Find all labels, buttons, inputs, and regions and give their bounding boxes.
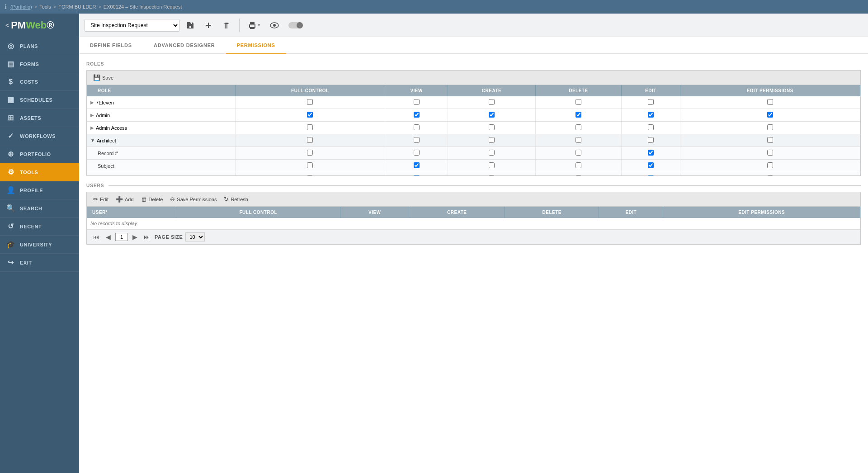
add-button[interactable]: [201, 20, 216, 31]
sidebar-item-exit[interactable]: ↪ EXIT: [0, 254, 79, 272]
view-checkbox[interactable]: [414, 137, 420, 143]
edit-cell[interactable]: [622, 96, 680, 109]
sidebar-item-tools[interactable]: ⚙ TOOLS: [0, 163, 79, 181]
sub-view-cell[interactable]: [385, 147, 448, 160]
sub-edit-cell[interactable]: [622, 160, 680, 172]
full-control-cell[interactable]: [235, 122, 385, 134]
view-cell[interactable]: [385, 96, 448, 109]
edit-permissions-cell[interactable]: [680, 134, 860, 147]
sub-edit-checkbox[interactable]: [648, 162, 654, 168]
expand-icon[interactable]: ▼: [90, 138, 95, 143]
tab-define-fields[interactable]: DEFINE FIELDS: [79, 37, 143, 54]
sub-view-checkbox[interactable]: [414, 175, 420, 175]
sub-full-control-cell[interactable]: [235, 172, 385, 176]
sub-delete-checkbox[interactable]: [576, 150, 581, 156]
sub-full-control-cell[interactable]: [235, 147, 385, 160]
next-page-button[interactable]: ▶: [131, 232, 139, 241]
full-control-checkbox[interactable]: [307, 137, 313, 143]
edit-checkbox[interactable]: [648, 112, 654, 118]
tab-advanced-designer[interactable]: ADVANCED DESIGNER: [143, 37, 226, 54]
toggle-button[interactable]: [286, 20, 306, 30]
sub-view-checkbox[interactable]: [414, 162, 420, 168]
sub-create-checkbox[interactable]: [489, 162, 495, 168]
edit-permissions-cell[interactable]: [680, 109, 860, 122]
prev-page-button[interactable]: ◀: [104, 232, 113, 241]
sub-view-checkbox[interactable]: [414, 150, 420, 156]
roles-save-button[interactable]: 💾 Save: [91, 73, 115, 82]
delete-cell[interactable]: [535, 96, 621, 109]
create-cell[interactable]: [448, 96, 535, 109]
sidebar-item-plans[interactable]: ◎ PLANS: [0, 37, 79, 55]
full-control-checkbox[interactable]: [307, 124, 313, 130]
roles-scroll[interactable]: ROLE FULL CONTROL VIEW CREATE DELETE EDI…: [87, 85, 860, 175]
sub-delete-cell[interactable]: [535, 160, 621, 172]
create-cell[interactable]: [448, 109, 535, 122]
edit-cell[interactable]: [622, 134, 680, 147]
sidebar-item-forms[interactable]: ▤ FORMS: [0, 55, 79, 73]
users-delete-button[interactable]: 🗑 Delete: [139, 195, 165, 203]
sub-delete-cell[interactable]: [535, 147, 621, 160]
sub-full-control-checkbox[interactable]: [307, 175, 313, 175]
create-cell[interactable]: [448, 134, 535, 147]
edit-checkbox[interactable]: [648, 99, 654, 105]
users-save-permissions-button[interactable]: ⊖ Save Permissions: [168, 195, 218, 203]
expand-icon[interactable]: ▶: [90, 100, 94, 105]
create-checkbox[interactable]: [489, 112, 495, 118]
sub-edit-checkbox[interactable]: [648, 175, 654, 175]
sub-edit-permissions-checkbox[interactable]: [767, 150, 773, 156]
sidebar-item-profile[interactable]: 👤 PROFILE: [0, 181, 79, 199]
create-cell[interactable]: [448, 122, 535, 134]
sub-edit-checkbox[interactable]: [648, 150, 654, 156]
last-page-button[interactable]: ⏭: [142, 232, 152, 241]
view-cell[interactable]: [385, 134, 448, 147]
first-page-button[interactable]: ⏮: [91, 232, 101, 241]
form-select[interactable]: Site Inspection Request: [85, 19, 179, 32]
page-size-select[interactable]: 10 25 50: [185, 232, 205, 241]
full-control-checkbox[interactable]: [307, 99, 313, 105]
sub-edit-permissions-checkbox[interactable]: [767, 175, 773, 175]
delete-cell[interactable]: [535, 122, 621, 134]
edit-permissions-checkbox[interactable]: [767, 112, 773, 118]
sub-edit-permissions-checkbox[interactable]: [767, 162, 773, 168]
sidebar-item-search[interactable]: 🔍 SEARCH: [0, 199, 79, 218]
sub-delete-checkbox[interactable]: [576, 162, 581, 168]
users-add-button[interactable]: ➕ Add: [114, 195, 136, 203]
sub-edit-cell[interactable]: [622, 147, 680, 160]
users-refresh-button[interactable]: ↻ Refresh: [222, 195, 250, 203]
delete-checkbox[interactable]: [576, 112, 581, 118]
create-checkbox[interactable]: [489, 124, 495, 130]
sidebar-item-portfolio[interactable]: ⊕ PORTFOLIO: [0, 145, 79, 163]
sub-full-control-cell[interactable]: [235, 160, 385, 172]
users-edit-button[interactable]: ✏ Edit: [91, 195, 110, 203]
edit-permissions-cell[interactable]: [680, 96, 860, 109]
view-checkbox[interactable]: [414, 124, 420, 130]
preview-button[interactable]: [267, 21, 282, 30]
sub-view-cell[interactable]: [385, 172, 448, 176]
sidebar-item-schedules[interactable]: ▦ SCHEDULES: [0, 91, 79, 109]
create-checkbox[interactable]: [489, 137, 495, 143]
view-cell[interactable]: [385, 109, 448, 122]
expand-icon[interactable]: ▶: [90, 113, 94, 118]
create-checkbox[interactable]: [489, 99, 495, 105]
sidebar-item-assets[interactable]: ⊞ ASSETS: [0, 109, 79, 127]
sidebar-item-recent[interactable]: ↺ RECENT: [0, 218, 79, 236]
sidebar-item-costs[interactable]: $ COSTS: [0, 73, 79, 91]
sub-create-cell[interactable]: [448, 172, 535, 176]
delete-button[interactable]: [219, 20, 234, 31]
sub-create-checkbox[interactable]: [489, 175, 495, 175]
sub-full-control-checkbox[interactable]: [307, 150, 313, 156]
full-control-cell[interactable]: [235, 96, 385, 109]
sidebar-item-workflows[interactable]: ✓ WORKFLOWS: [0, 127, 79, 145]
sub-create-checkbox[interactable]: [489, 150, 495, 156]
sub-edit-permissions-cell[interactable]: [680, 160, 860, 172]
edit-permissions-checkbox[interactable]: [767, 99, 773, 105]
sub-edit-permissions-cell[interactable]: [680, 172, 860, 176]
sub-view-cell[interactable]: [385, 160, 448, 172]
full-control-checkbox[interactable]: [307, 112, 313, 118]
delete-checkbox[interactable]: [576, 99, 581, 105]
page-number-input[interactable]: [115, 233, 128, 241]
sub-delete-cell[interactable]: [535, 172, 621, 176]
delete-checkbox[interactable]: [576, 124, 581, 130]
expand-icon[interactable]: ▶: [90, 125, 94, 130]
full-control-cell[interactable]: [235, 109, 385, 122]
